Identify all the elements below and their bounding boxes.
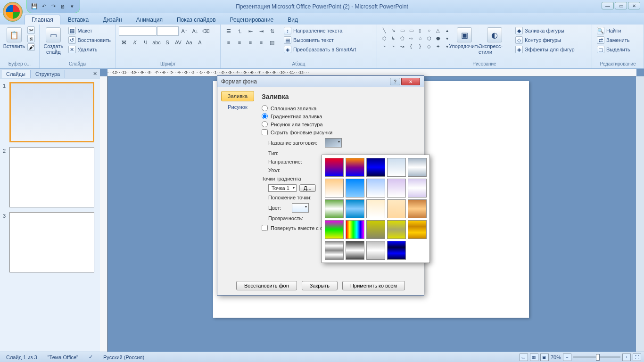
picture-fill-radio[interactable]: Рисунок или текстура	[262, 121, 416, 127]
line-spacing-icon[interactable]: ⇅	[267, 26, 277, 36]
spacing-icon[interactable]: AV	[173, 38, 183, 47]
gradient-preset-22[interactable]	[346, 241, 364, 260]
shape-outline-button[interactable]: ◇Контур фигуры	[513, 36, 577, 44]
gradient-preset-1[interactable]	[325, 158, 344, 177]
slide-counter[interactable]: Слайд 1 из 3	[3, 353, 41, 362]
thumbnail-1[interactable]: 1	[3, 82, 97, 142]
tab-view[interactable]: Вид	[281, 15, 305, 25]
gradient-preset-6[interactable]	[325, 179, 344, 197]
panel-close-icon[interactable]: ✕	[93, 71, 97, 77]
restore-background-button[interactable]: Восстановить фон	[236, 281, 297, 290]
shape-effects-button[interactable]: ◈Эффекты для фигур	[513, 45, 577, 54]
tab-review[interactable]: Рецензирование	[223, 15, 281, 25]
zoom-slider[interactable]	[573, 356, 620, 358]
case-icon[interactable]: Aa	[184, 38, 194, 47]
copy-icon[interactable]: ⎘	[27, 35, 35, 42]
bullets-icon[interactable]: ☰	[223, 26, 234, 36]
gradient-preset-5[interactable]	[408, 158, 427, 177]
delete-button[interactable]: ✕Удалить	[66, 45, 113, 54]
italic-icon[interactable]: К	[130, 38, 140, 47]
font-size-combo[interactable]	[157, 26, 179, 36]
gradient-preset-11[interactable]	[325, 199, 344, 218]
align-left-icon[interactable]: ≡	[223, 38, 234, 47]
strike-icon[interactable]: abc	[151, 38, 162, 47]
cut-icon[interactable]: ✂	[27, 26, 35, 34]
dialog-tab-picture[interactable]: Рисунок	[221, 102, 254, 112]
format-painter-icon[interactable]: 🖌	[27, 43, 35, 51]
select-button[interactable]: ▢Выделить	[595, 45, 632, 54]
gradient-preset-4[interactable]	[387, 158, 406, 177]
shapes-gallery[interactable]: ╲↘▭▭▯○△▴ ⬡↳⬠⇨☆⬡⬣▾ ~~↝{}◇✦▾	[380, 26, 451, 50]
text-direction-button[interactable]: ↕Направление текста	[282, 26, 358, 35]
shadow-icon[interactable]: S	[162, 38, 173, 47]
zoom-out-button[interactable]: −	[563, 354, 571, 361]
theme-indicator[interactable]: "Тема Office"	[44, 353, 82, 362]
align-text-button[interactable]: ▤Выровнять текст	[282, 36, 358, 44]
hide-graphics-checkbox[interactable]: Скрыть фоновые рисунки	[262, 129, 416, 135]
minimize-button[interactable]: —	[602, 2, 614, 9]
thumbnail-2[interactable]: 2	[3, 147, 97, 207]
zoom-in-button[interactable]: +	[622, 354, 631, 361]
dialog-help-button[interactable]: ?	[390, 78, 400, 85]
gradient-preset-8[interactable]	[366, 179, 385, 197]
tab-home[interactable]: Главная	[25, 15, 60, 25]
dialog-title-bar[interactable]: Формат фона ? ✕	[217, 76, 424, 87]
gradient-preset-24[interactable]	[387, 241, 406, 260]
gradient-preset-15[interactable]	[408, 199, 427, 218]
solid-fill-radio[interactable]: Сплошная заливка	[262, 105, 416, 111]
gradient-preset-7[interactable]	[346, 179, 364, 197]
numbering-icon[interactable]: ⒈	[234, 26, 245, 36]
gradient-preset-14[interactable]	[387, 199, 406, 218]
smartart-button[interactable]: ◈Преобразовать в SmartArt	[282, 45, 358, 54]
paste-button[interactable]: 📋 Вставить	[3, 26, 25, 50]
tab-slideshow[interactable]: Показ слайдов	[170, 15, 223, 25]
thumbnail-3[interactable]: 3	[3, 212, 97, 272]
preset-dropdown[interactable]	[325, 138, 342, 148]
zoom-level[interactable]: 70%	[551, 354, 561, 360]
shape-fill-button[interactable]: ◆Заливка фигуры	[513, 26, 577, 35]
dialog-tab-fill[interactable]: Заливка	[221, 91, 254, 101]
justify-icon[interactable]: ≡	[256, 38, 266, 47]
language-indicator[interactable]: Русский (Россия)	[100, 353, 148, 362]
gradient-preset-3[interactable]	[366, 158, 385, 177]
color-picker[interactable]	[292, 203, 309, 213]
outline-tab[interactable]: Структура	[30, 70, 65, 78]
sorter-view-icon[interactable]: ▦	[530, 354, 538, 361]
reset-button[interactable]: ↺Восстановить	[66, 36, 113, 44]
stop-select[interactable]: Точка 1	[268, 184, 297, 192]
increase-indent-icon[interactable]: ⇥	[256, 26, 266, 36]
bold-icon[interactable]: Ж	[119, 38, 129, 47]
gradient-preset-2[interactable]	[346, 158, 364, 177]
office-button[interactable]	[3, 2, 23, 22]
align-center-icon[interactable]: ≡	[234, 38, 245, 47]
tab-design[interactable]: Дизайн	[96, 15, 128, 25]
grow-font-icon[interactable]: A↑	[179, 26, 190, 36]
font-family-combo[interactable]	[119, 26, 157, 36]
gradient-preset-9[interactable]	[387, 179, 406, 197]
gradient-preset-13[interactable]	[366, 199, 385, 218]
fit-view-icon[interactable]: ⛶	[633, 354, 641, 361]
decrease-indent-icon[interactable]: ⇤	[245, 26, 256, 36]
find-button[interactable]: 🔍Найти	[595, 26, 632, 35]
quick-styles-button[interactable]: ◐ Экспресс-стили	[478, 26, 512, 56]
arrange-button[interactable]: ▣ Упорядочить	[453, 26, 476, 50]
align-right-icon[interactable]: ≡	[245, 38, 256, 47]
underline-icon[interactable]: Ч	[140, 38, 151, 47]
gradient-preset-10[interactable]	[408, 179, 427, 197]
gradient-preset-18[interactable]	[366, 220, 385, 239]
gradient-preset-17[interactable]	[346, 220, 364, 239]
gradient-preset-12[interactable]	[346, 199, 364, 218]
tab-insert[interactable]: Вставка	[61, 15, 96, 25]
gradient-fill-radio[interactable]: Градиентная заливка	[262, 113, 416, 119]
gradient-preset-20[interactable]	[408, 220, 427, 239]
slideshow-view-icon[interactable]: ▣	[540, 354, 549, 361]
close-dialog-button[interactable]: Закрыть	[302, 281, 338, 290]
slides-tab[interactable]: Слайды	[1, 70, 31, 78]
add-stop-button[interactable]: Д...	[299, 184, 316, 192]
spellcheck-icon[interactable]: ✓	[85, 353, 96, 362]
tab-animation[interactable]: Анимация	[130, 15, 169, 25]
close-button[interactable]: ✕	[628, 2, 640, 9]
layout-button[interactable]: ▦Макет	[66, 26, 113, 35]
maximize-button[interactable]: ▭	[615, 2, 627, 9]
columns-icon[interactable]: ▥	[267, 38, 277, 47]
